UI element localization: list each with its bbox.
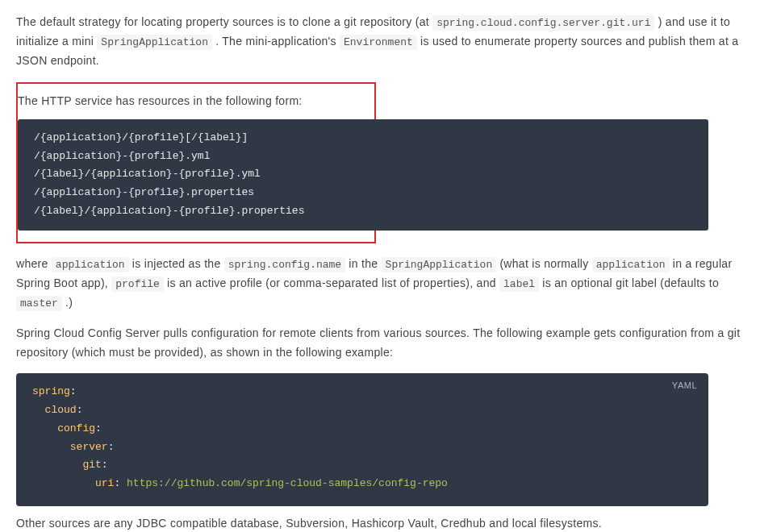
yaml-key: uri <box>95 477 114 489</box>
paragraph-other-sources: Other sources are any JDBC compatible da… <box>16 514 744 532</box>
yaml-key: spring <box>32 385 70 397</box>
code-block-yaml: YAMLspring: cloud: config: server: git: … <box>16 373 708 506</box>
text: is injected as the <box>129 257 224 270</box>
document-content: The default strategy for locating proper… <box>0 0 760 532</box>
inline-code: application <box>592 257 670 272</box>
inline-code: master <box>16 296 62 311</box>
highlighted-section: The HTTP service has resources in the fo… <box>16 82 376 243</box>
text: The default strategy for locating proper… <box>16 15 432 28</box>
yaml-key: server <box>70 441 108 453</box>
yaml-colon: : <box>114 477 127 489</box>
code-block-resources: /{application}/{profile}[/{label}] /{app… <box>18 119 708 231</box>
text: . The mini-application's <box>212 35 340 48</box>
yaml-key: cloud <box>45 404 77 416</box>
yaml-colon: : <box>108 441 115 453</box>
text: .) <box>62 296 73 309</box>
paragraph-config-server: Spring Cloud Config Server pulls configu… <box>16 324 744 363</box>
yaml-colon: : <box>70 385 77 397</box>
yaml-colon: : <box>77 404 83 416</box>
inline-code: label <box>499 276 539 292</box>
text: where <box>16 257 52 270</box>
yaml-value: https://github.com/spring-cloud-samples/… <box>127 477 448 489</box>
inline-code: application <box>52 257 129 272</box>
inline-code: profile <box>111 276 164 292</box>
text: is an active profile (or comma-separated… <box>164 276 499 289</box>
yaml-key: config <box>57 422 95 434</box>
yaml-key: git <box>82 459 101 471</box>
inline-code: SpringApplication <box>97 35 212 50</box>
inline-code: SpringApplication <box>382 257 497 272</box>
paragraph-http-form: The HTTP service has resources in the fo… <box>18 92 374 111</box>
inline-code: Environment <box>340 35 417 50</box>
inline-code: spring.config.name <box>224 257 345 272</box>
yaml-colon: : <box>95 422 102 434</box>
text: (what is normally <box>496 257 592 270</box>
yaml-badge: YAML <box>672 378 697 393</box>
inline-code: spring.cloud.config.server.git.uri <box>432 15 654 31</box>
text: in the <box>345 257 381 270</box>
text: is an optional git label (defaults to <box>539 276 719 289</box>
paragraph-intro: The default strategy for locating proper… <box>16 13 744 71</box>
yaml-colon: : <box>102 459 108 471</box>
paragraph-where: where application is injected as the spr… <box>16 255 744 313</box>
